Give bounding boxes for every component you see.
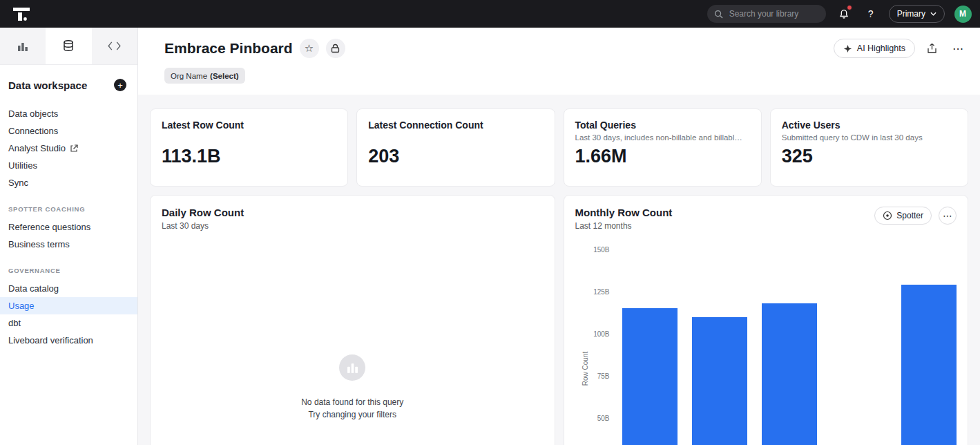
y-axis-tick: 75B bbox=[597, 372, 610, 380]
card-actions: Spotter ⋯ bbox=[874, 207, 957, 225]
liveboard-header: Embrace Pinboard ☆ AI Highlights bbox=[138, 28, 980, 95]
share-button[interactable] bbox=[922, 39, 941, 58]
kpi-subtitle bbox=[162, 133, 336, 143]
spotter-label: Spotter bbox=[896, 211, 923, 220]
sidebar-item-data-objects[interactable]: Data objects bbox=[0, 105, 137, 122]
card-subtitle: Last 12 months bbox=[575, 221, 673, 231]
empty-state-subtitle: Try changing your filters bbox=[151, 410, 555, 419]
empty-state-title: No data found for this query bbox=[151, 397, 555, 407]
ellipsis-icon: ⋯ bbox=[952, 42, 963, 55]
card-title: Monthly Row Count bbox=[575, 207, 673, 218]
spotter-icon bbox=[883, 211, 892, 220]
sidebar-item-usage[interactable]: Usage bbox=[0, 297, 137, 314]
sidebar-item-sync[interactable]: Sync bbox=[0, 174, 137, 191]
bar[interactable] bbox=[901, 285, 957, 445]
y-axis-tick: 100B bbox=[593, 330, 609, 338]
add-button[interactable]: + bbox=[114, 79, 126, 91]
sidebar-item-analyst-studio[interactable]: Analyst Studio bbox=[0, 140, 137, 157]
favorite-button[interactable]: ☆ bbox=[300, 39, 319, 58]
page-title: Embrace Pinboard bbox=[164, 40, 293, 57]
y-axis: 150B125B100B75B50B bbox=[589, 242, 610, 445]
external-link-icon bbox=[70, 144, 78, 153]
sidebar-tabs bbox=[0, 28, 137, 65]
kpi-value: 203 bbox=[368, 146, 543, 167]
monthly-row-count-card: Monthly Row Count Last 12 months Spotter bbox=[564, 195, 969, 445]
org-name-filter-chip[interactable]: Org Name (Select) bbox=[164, 68, 245, 84]
library-search[interactable] bbox=[707, 5, 826, 23]
daily-row-count-card: Daily Row Count Last 30 days No bbox=[150, 195, 555, 445]
card-subtitle: Last 30 days bbox=[162, 221, 244, 231]
kpi-value: 325 bbox=[782, 146, 957, 167]
bar-chart-icon bbox=[17, 40, 29, 53]
sparkle-icon bbox=[843, 44, 852, 53]
tab-data[interactable] bbox=[46, 28, 91, 64]
y-axis-tick: 50B bbox=[597, 415, 610, 422]
tab-insights[interactable] bbox=[0, 28, 46, 64]
thoughtspot-logo[interactable] bbox=[12, 5, 30, 23]
topbar-actions: ? Primary M bbox=[707, 5, 972, 23]
sidebar: Data workspace + Data objects Connection… bbox=[0, 28, 138, 445]
kpi-card-total-queries: Total Queries Last 30 days, includes non… bbox=[564, 108, 762, 187]
kpi-title: Latest Connection Count bbox=[368, 120, 543, 131]
card-more-options-button[interactable]: ⋯ bbox=[939, 207, 957, 225]
empty-state: No data found for this query Try changin… bbox=[151, 354, 555, 419]
code-icon bbox=[108, 41, 121, 50]
kpi-title: Total Queries bbox=[575, 120, 750, 131]
sidebar-item-liveboard-verification[interactable]: Liveboard verification bbox=[0, 332, 137, 349]
search-input[interactable] bbox=[728, 8, 819, 19]
bar[interactable] bbox=[692, 317, 747, 445]
sidebar-item-dbt[interactable]: dbt bbox=[0, 314, 137, 332]
org-switcher-button[interactable]: Primary bbox=[889, 5, 945, 23]
liveboard-body: Latest Row Count 113.1B Latest Connectio… bbox=[138, 95, 980, 445]
section-spotter-coaching: SPOTTER COACHING bbox=[0, 205, 137, 213]
kpi-subtitle: Last 30 days, includes non-billable and … bbox=[575, 133, 750, 143]
chevron-down-icon bbox=[930, 12, 936, 16]
kpi-title: Latest Row Count bbox=[162, 120, 336, 131]
section-governance: GOVERNANCE bbox=[0, 267, 137, 274]
sidebar-item-utilities[interactable]: Utilities bbox=[0, 157, 137, 174]
kpi-card-latest-row-count: Latest Row Count 113.1B bbox=[150, 108, 348, 187]
kpi-row: Latest Row Count 113.1B Latest Connectio… bbox=[150, 108, 968, 187]
thoughtspot-logo-icon bbox=[12, 5, 30, 23]
ai-highlights-button[interactable]: AI Highlights bbox=[834, 39, 915, 58]
kpi-subtitle: Submitted query to CDW in last 30 days bbox=[782, 133, 957, 143]
sidebar-item-data-catalog[interactable]: Data catalog bbox=[0, 280, 137, 297]
lock-icon bbox=[331, 44, 340, 53]
bar[interactable] bbox=[762, 303, 817, 445]
sidebar-item-connections[interactable]: Connections bbox=[0, 122, 137, 140]
avatar-initial: M bbox=[954, 6, 972, 23]
user-avatar[interactable]: M bbox=[954, 5, 972, 23]
monthly-chart: Row Count 150B125B100B75B50B bbox=[575, 242, 957, 445]
workspace-header: Data workspace + bbox=[0, 65, 137, 100]
bar[interactable] bbox=[622, 308, 678, 445]
charts-row: Daily Row Count Last 30 days No bbox=[150, 195, 968, 445]
star-icon: ☆ bbox=[305, 42, 314, 55]
sidebar-item-business-terms[interactable]: Business terms bbox=[0, 236, 137, 253]
kpi-card-active-users: Active Users Submitted query to CDW in l… bbox=[770, 108, 968, 187]
y-axis-tick: 125B bbox=[593, 288, 609, 296]
topbar: ? Primary M bbox=[0, 0, 980, 28]
kpi-value: 113.1B bbox=[162, 146, 336, 167]
card-title: Daily Row Count bbox=[162, 207, 244, 218]
help-icon: ? bbox=[868, 8, 874, 19]
permissions-button[interactable] bbox=[326, 39, 345, 58]
more-options-button[interactable]: ⋯ bbox=[948, 39, 968, 58]
empty-chart-icon bbox=[339, 354, 365, 381]
plus-icon: + bbox=[117, 81, 123, 90]
database-icon bbox=[62, 39, 75, 52]
search-icon bbox=[714, 10, 723, 19]
ellipsis-icon: ⋯ bbox=[943, 210, 952, 221]
sidebar-nav: Data objects Connections Analyst Studio … bbox=[0, 100, 137, 354]
spotter-button[interactable]: Spotter bbox=[874, 207, 932, 225]
notifications-button[interactable] bbox=[835, 5, 853, 23]
org-switcher-label: Primary bbox=[897, 9, 925, 19]
tab-code[interactable] bbox=[92, 28, 137, 64]
workspace-title: Data workspace bbox=[8, 79, 87, 91]
chip-value: (Select) bbox=[210, 72, 239, 80]
main-content: Embrace Pinboard ☆ AI Highlights bbox=[138, 28, 980, 445]
help-button[interactable]: ? bbox=[862, 5, 880, 23]
sidebar-item-reference-questions[interactable]: Reference questions bbox=[0, 218, 137, 236]
notification-dot bbox=[847, 5, 852, 10]
y-axis-tick: 150B bbox=[593, 246, 609, 254]
share-icon bbox=[927, 43, 937, 54]
